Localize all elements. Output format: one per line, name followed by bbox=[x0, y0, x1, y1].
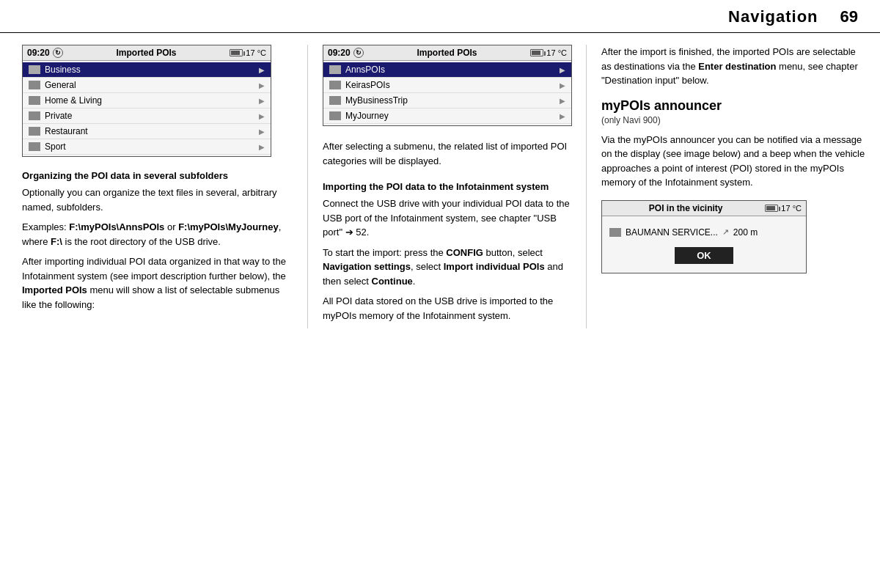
screen2-row-myjourney[interactable]: MyJourney ▶ bbox=[323, 109, 571, 124]
left-column: 09:20 ↻ Imported POIs 17 °C Business ▶ G… bbox=[0, 45, 308, 328]
main-content: 09:20 ↻ Imported POIs 17 °C Business ▶ G… bbox=[0, 33, 880, 328]
screen2-body: AnnsPOIs ▶ KeirasPOIs ▶ MyBusinessTrip ▶… bbox=[323, 61, 571, 125]
screen1-row-private[interactable]: Private ▶ bbox=[23, 109, 271, 124]
screen-header-2: 09:20 ↻ Imported POIs 17 °C bbox=[323, 45, 571, 61]
nav-settings-bold: Navigation settings bbox=[323, 261, 411, 272]
para-after-importing: After importing individual POI data orga… bbox=[22, 254, 293, 312]
screen2-time: 09:20 bbox=[328, 48, 351, 58]
home-icon bbox=[29, 96, 40, 105]
screen2-row-annspois[interactable]: AnnsPOIs ▶ bbox=[323, 62, 571, 78]
screen1-row-restaurant[interactable]: Restaurant ▶ bbox=[23, 124, 271, 139]
example-bold-1: F:\myPOIs\AnnsPOIs bbox=[69, 221, 164, 232]
service-icon bbox=[609, 228, 621, 237]
screen1-row-general[interactable]: General ▶ bbox=[23, 78, 271, 93]
page-title: Navigation bbox=[728, 7, 818, 26]
continue-bold: Continue bbox=[372, 276, 413, 287]
section-heading-import: Importing the POI data to the Infotainme… bbox=[323, 181, 571, 192]
vicinity-screen: POI in the vicinity 17 °C BAUMANN SERVIC… bbox=[601, 200, 807, 273]
vicinity-battery-icon bbox=[765, 205, 778, 212]
screen-mock-2: 09:20 ↻ Imported POIs 17 °C AnnsPOIs ▶ K… bbox=[323, 45, 572, 126]
screen1-row-sport[interactable]: Sport ▶ bbox=[23, 139, 271, 155]
mypois-subtitle: (only Navi 900) bbox=[601, 115, 865, 125]
screen1-title: Imported POIs bbox=[63, 48, 230, 58]
vicinity-temp: 17 °C bbox=[781, 204, 802, 213]
screen-mock-1: 09:20 ↻ Imported POIs 17 °C Business ▶ G… bbox=[22, 45, 271, 157]
vicinity-service-label: BAUMANN SERVICE... bbox=[626, 227, 718, 238]
mypois-heading: myPOIs announcer bbox=[601, 98, 865, 114]
para-connect-usb: Connect the USB drive with your individu… bbox=[323, 196, 571, 240]
screen2-battery-icon bbox=[530, 49, 543, 56]
vicinity-direction-arrow: ↗ bbox=[722, 227, 729, 237]
middle-column: 09:20 ↻ Imported POIs 17 °C AnnsPOIs ▶ K… bbox=[308, 45, 587, 328]
vicinity-title: POI in the vicinity bbox=[606, 203, 765, 213]
vicinity-ok-button[interactable]: OK bbox=[675, 247, 733, 264]
myjourney-icon bbox=[329, 111, 341, 120]
sport-icon bbox=[29, 142, 40, 151]
private-icon bbox=[29, 111, 40, 120]
screen1-status-icon: ↻ bbox=[53, 48, 63, 58]
para-after-import-finished: After the import is finished, the import… bbox=[601, 45, 865, 88]
screen1-temp: 17 °C bbox=[246, 48, 266, 57]
business-icon bbox=[29, 65, 40, 74]
screen2-title: Imported POIs bbox=[364, 48, 531, 58]
vicinity-service-row: BAUMANN SERVICE... ↗ 200 m bbox=[609, 225, 799, 240]
section-heading-organize: Organizing the POI data in several subfo… bbox=[22, 170, 293, 181]
screen2-row-mybusinesstrip[interactable]: MyBusinessTrip ▶ bbox=[323, 93, 571, 109]
screen1-row-home[interactable]: Home & Living ▶ bbox=[23, 93, 271, 109]
screen2-status-icon: ↻ bbox=[353, 48, 364, 58]
restaurant-icon bbox=[29, 127, 40, 136]
page-header: Navigation 69 bbox=[0, 0, 880, 33]
para-after-submenu: After selecting a submenu, the related l… bbox=[323, 139, 571, 168]
mybusinesstrip-icon bbox=[329, 96, 341, 105]
right-column: After the import is finished, the import… bbox=[587, 45, 880, 328]
screen2-temp: 17 °C bbox=[546, 48, 567, 57]
para-mypois-announcer: Via the myPOIs announcer you can be noti… bbox=[601, 133, 865, 190]
import-individual-bold: Import individual POIs bbox=[444, 261, 545, 272]
para-all-poi: All POI data stored on the USB drive is … bbox=[323, 294, 571, 323]
general-icon bbox=[29, 81, 40, 89]
page-number: 69 bbox=[840, 7, 858, 26]
enter-destination-bold: Enter destination bbox=[698, 61, 776, 72]
screen-header-1: 09:20 ↻ Imported POIs 17 °C bbox=[23, 45, 271, 61]
example-bold-2: F:\myPOIs\MyJourney bbox=[178, 221, 279, 232]
screen1-row-business[interactable]: Business ▶ bbox=[23, 62, 271, 78]
screen2-row-keiraspois[interactable]: KeirasPOIs ▶ bbox=[323, 78, 571, 93]
screen1-body: Business ▶ General ▶ Home & Living ▶ Pri… bbox=[23, 61, 271, 156]
vicinity-header: POI in the vicinity 17 °C bbox=[602, 201, 806, 216]
para-start-import: To start the import: press the CONFIG bu… bbox=[323, 246, 571, 289]
para-examples: Examples: F:\myPOIs\AnnsPOIs or F:\myPOI… bbox=[22, 220, 293, 249]
vicinity-body: BAUMANN SERVICE... ↗ 200 m OK bbox=[602, 216, 806, 273]
config-bold: CONFIG bbox=[446, 247, 483, 258]
example-bold-f: F:\ bbox=[51, 236, 62, 247]
annspois-icon bbox=[329, 65, 341, 74]
screen1-time: 09:20 bbox=[27, 48, 50, 58]
keiraspois-icon bbox=[329, 81, 341, 89]
vicinity-distance: 200 m bbox=[733, 227, 758, 238]
para-optional: Optionally you can organize the text fil… bbox=[22, 185, 293, 214]
imported-pois-bold: Imported POIs bbox=[22, 284, 87, 295]
screen1-battery-icon bbox=[230, 49, 243, 56]
